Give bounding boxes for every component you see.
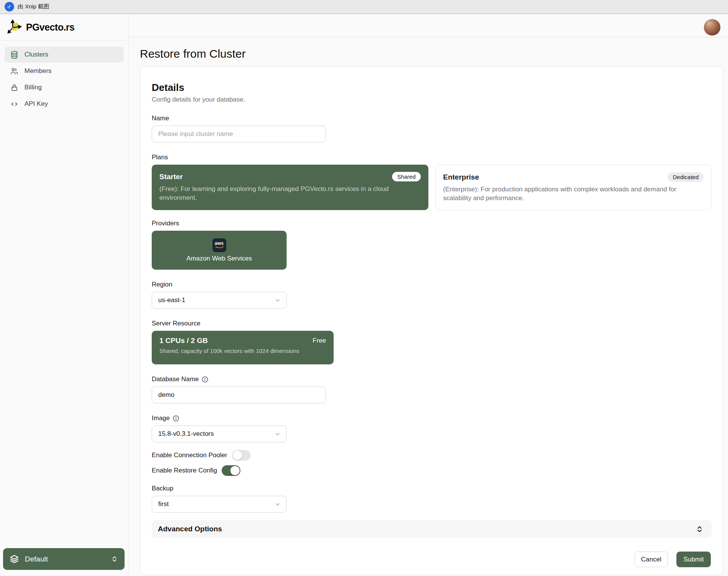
plan-card-starter[interactable]: Starter Shared (Free): For learning and … [152, 165, 428, 210]
image-select[interactable]: 15.8-v0.3.1-vectors [152, 426, 287, 442]
providers-label: Providers [152, 219, 712, 228]
cancel-button[interactable]: Cancel [634, 552, 668, 567]
section-subtitle: Config details for your database. [152, 96, 712, 104]
aws-logo-icon: aws [212, 238, 226, 252]
workspace-switcher[interactable]: Default [3, 548, 125, 570]
database-name-label: Database Name [152, 375, 712, 383]
brand: PGvecto.rs [0, 14, 128, 40]
chevron-down-icon [274, 297, 281, 304]
sidebar-item-label: Billing [24, 84, 42, 91]
chevrons-up-down-icon [111, 556, 118, 562]
sidebar-item-api-key[interactable]: API Key [5, 96, 124, 112]
details-card: Details Config details for your database… [140, 66, 723, 575]
info-icon [172, 415, 180, 422]
users-icon [10, 67, 19, 76]
sidebar: PGvecto.rs Clusters Members [0, 14, 129, 575]
restore-config-toggle[interactable] [222, 465, 240, 476]
form-actions: Cancel Submit [152, 552, 712, 567]
sidebar-item-clusters[interactable]: Clusters [5, 47, 124, 63]
backup-label: Backup [152, 484, 712, 493]
sidebar-nav: Clusters Members Billing [0, 40, 128, 112]
user-avatar[interactable] [704, 19, 720, 36]
restore-config-row: Enable Restore Config [152, 465, 712, 476]
os-topbar: ✂ 由 Xnip 截图 [0, 0, 728, 14]
pgvectors-logo-icon [7, 19, 23, 35]
provider-card-aws[interactable]: aws Amazon Web Services [152, 231, 287, 270]
connection-pooler-toggle[interactable] [232, 450, 251, 461]
name-label: Name [152, 114, 712, 123]
plans-label: Plans [152, 153, 712, 162]
plan-badge: Dedicated [668, 172, 704, 182]
resource-title: 1 CPUs / 2 GB [159, 337, 208, 345]
sidebar-item-members[interactable]: Members [5, 63, 124, 79]
lock-icon [10, 83, 19, 92]
submit-button[interactable]: Submit [676, 552, 711, 567]
region-select[interactable]: us-east-1 [152, 292, 287, 309]
cluster-name-input[interactable] [152, 126, 326, 142]
database-icon [10, 50, 19, 59]
sidebar-item-label: API Key [24, 100, 48, 108]
sidebar-item-billing[interactable]: Billing [5, 79, 124, 95]
sidebar-item-label: Members [24, 67, 52, 75]
image-label: Image [152, 414, 712, 422]
chevron-down-icon [274, 431, 281, 437]
plan-title: Starter [159, 173, 183, 181]
backup-select[interactable]: first [152, 496, 287, 513]
backup-value: first [158, 500, 169, 508]
database-name-input[interactable] [152, 387, 326, 403]
chevron-down-icon [274, 501, 281, 508]
plan-description: (Enterprise): For production application… [443, 185, 704, 202]
plans-options: Starter Shared (Free): For learning and … [152, 165, 712, 209]
code-icon [10, 100, 19, 108]
server-resource-label: Server Resource [152, 319, 712, 328]
section-title: Details [152, 82, 712, 94]
plan-title: Enterprise [443, 173, 479, 181]
sidebar-item-label: Clusters [24, 51, 48, 58]
page-content: Restore from Cluster Details Config deta… [129, 37, 728, 575]
region-label: Region [152, 280, 712, 289]
restore-config-label: Enable Restore Config [152, 467, 217, 474]
xnip-screenshot-label: 由 Xnip 截图 [18, 3, 49, 10]
plan-description: (Free): For learning and exploring fully… [159, 184, 421, 202]
xnip-icon: ✂ [5, 2, 14, 11]
resource-price-badge: Free [313, 337, 326, 345]
page-title: Restore from Cluster [140, 47, 723, 60]
connection-pooler-label: Enable Connection Pooler [152, 451, 227, 459]
layers-icon [9, 554, 19, 564]
main-area: Restore from Cluster Details Config deta… [129, 14, 728, 575]
plan-badge: Shared [392, 172, 420, 181]
brand-name: PGvecto.rs [26, 22, 75, 33]
provider-name: Amazon Web Services [186, 255, 252, 262]
image-value: 15.8-v0.3.1-vectors [158, 430, 214, 438]
server-resource-card[interactable]: 1 CPUs / 2 GB Free Shared, capacity of 1… [152, 331, 334, 364]
info-icon [201, 376, 209, 383]
workspace-name: Default [25, 555, 106, 563]
connection-pooler-row: Enable Connection Pooler [152, 450, 712, 461]
advanced-options-toggle[interactable]: Advanced Options [152, 520, 712, 538]
plan-card-enterprise[interactable]: Enterprise Dedicated (Enterprise): For p… [435, 165, 712, 210]
resource-description: Shared, capacity of 100k vectors with 10… [159, 348, 326, 354]
advanced-options-label: Advanced Options [158, 525, 222, 533]
main-header [129, 14, 728, 37]
chevrons-up-down-icon [696, 526, 703, 533]
region-value: us-east-1 [158, 296, 185, 304]
